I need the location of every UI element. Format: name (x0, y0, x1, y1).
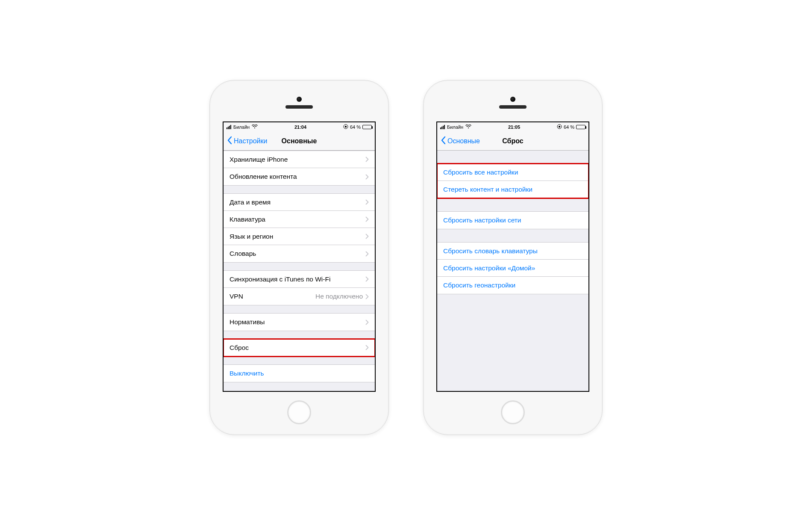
settings-group: Сброс (224, 339, 375, 357)
settings-row[interactable]: Синхронизация с iTunes по Wi-Fi (224, 271, 375, 288)
settings-group: Нормативы (224, 313, 375, 331)
settings-row[interactable]: Нормативы (224, 314, 375, 331)
status-right: 64 % (557, 124, 585, 130)
battery-icon (576, 125, 585, 129)
settings-content-right[interactable]: Сбросить все настройкиСтереть контент и … (437, 151, 588, 391)
settings-row[interactable]: Сброс (224, 339, 375, 356)
carrier-label: Билайн (233, 124, 250, 130)
settings-row[interactable]: Выключить (224, 365, 375, 382)
row-label: Словарь (229, 250, 365, 258)
carrier-label: Билайн (447, 124, 463, 130)
settings-group: Сбросить настройки сети (437, 211, 588, 229)
row-label: Сбросить настройки «Домой» (443, 264, 583, 272)
row-label: Выключить (229, 370, 369, 377)
status-bar: Билайн 21:05 64 % (437, 122, 588, 132)
settings-group: Сбросить все настройкиСтереть контент и … (437, 163, 588, 198)
row-label: Сбросить геонастройки (443, 281, 583, 289)
home-button[interactable] (287, 400, 311, 424)
settings-row[interactable]: Сбросить геонастройки (437, 277, 588, 294)
speaker-slot (285, 105, 313, 109)
chevron-right-icon (365, 216, 369, 222)
signal-icon (227, 125, 231, 129)
chevron-right-icon (365, 251, 369, 257)
page-title: Сброс (502, 137, 523, 145)
chevron-right-icon (365, 199, 369, 205)
settings-group: Дата и времяКлавиатураЯзык и регионСлова… (224, 193, 375, 263)
settings-row[interactable]: VPNНе подключено (224, 288, 375, 305)
chevron-right-icon (365, 157, 369, 162)
settings-row[interactable]: Дата и время (224, 194, 375, 211)
row-label: VPN (229, 293, 315, 300)
row-label: Нормативы (229, 318, 365, 326)
settings-group: Выключить (224, 364, 375, 382)
back-button[interactable]: Настройки (227, 132, 267, 150)
wifi-icon (252, 124, 258, 130)
chevron-right-icon (365, 345, 369, 350)
page-title: Основные (282, 137, 317, 145)
row-label: Хранилище iPhone (229, 156, 365, 163)
row-label: Дата и время (229, 198, 365, 206)
row-label: Обновление контента (229, 173, 365, 181)
row-label: Сброс (229, 344, 365, 352)
chevron-right-icon (365, 294, 369, 299)
home-button[interactable] (501, 400, 525, 424)
chevron-left-icon (227, 136, 232, 146)
back-label: Основные (447, 137, 480, 145)
settings-row[interactable]: Стереть контент и настройки (437, 181, 588, 198)
row-value: Не подключено (315, 293, 363, 300)
chevron-left-icon (441, 136, 446, 146)
signal-icon (440, 125, 445, 129)
settings-row[interactable]: Сбросить все настройки (437, 164, 588, 181)
settings-row[interactable]: Клавиатура (224, 211, 375, 228)
status-bar: Билайн 21:04 64 % (224, 122, 375, 132)
battery-pct: 64 % (350, 124, 361, 130)
chevron-right-icon (365, 320, 369, 325)
settings-row[interactable]: Сбросить настройки «Домой» (437, 260, 588, 277)
settings-content-left[interactable]: Хранилище iPhoneОбновление контентаДата … (224, 151, 375, 391)
back-button[interactable]: Основные (441, 132, 480, 150)
row-label: Сбросить настройки сети (443, 216, 583, 224)
nav-bar: Настройки Основные (224, 132, 375, 151)
camera-dot (297, 97, 302, 102)
settings-row[interactable]: Обновление контента (224, 168, 375, 185)
settings-group: Синхронизация с iTunes по Wi-FiVPNНе под… (224, 270, 375, 305)
chevron-right-icon (365, 174, 369, 180)
status-left: Билайн (227, 124, 258, 130)
settings-row[interactable]: Хранилище iPhone (224, 151, 375, 168)
orientation-lock-icon (557, 124, 562, 130)
row-label: Язык и регион (229, 233, 365, 240)
row-label: Стереть контент и настройки (443, 186, 583, 193)
clock: 21:04 (294, 124, 306, 130)
status-left: Билайн (440, 124, 471, 130)
row-label: Сбросить все настройки (443, 169, 583, 176)
chevron-right-icon (365, 276, 369, 282)
row-label: Клавиатура (229, 216, 365, 223)
nav-bar: Основные Сброс (437, 132, 588, 151)
settings-row[interactable]: Сбросить словарь клавиатуры (437, 243, 588, 260)
clock: 21:05 (508, 124, 520, 130)
back-label: Настройки (234, 137, 267, 145)
settings-row[interactable]: Язык и регион (224, 228, 375, 245)
iphone-device-right: Билайн 21:05 64 % (423, 80, 603, 435)
settings-row[interactable]: Сбросить настройки сети (437, 212, 588, 229)
chevron-right-icon (365, 234, 369, 239)
wifi-icon (465, 124, 471, 130)
screen-left: Билайн 21:04 64 % (223, 121, 376, 392)
speaker-slot (499, 105, 527, 109)
screen-right: Билайн 21:05 64 % (436, 121, 589, 392)
status-right: 64 % (343, 124, 372, 130)
row-label: Сбросить словарь клавиатуры (443, 247, 583, 255)
orientation-lock-icon (343, 124, 348, 130)
settings-group: Сбросить словарь клавиатурыСбросить наст… (437, 242, 588, 294)
row-label: Синхронизация с iTunes по Wi-Fi (229, 275, 365, 283)
camera-dot (510, 97, 515, 102)
settings-group: Хранилище iPhoneОбновление контента (224, 151, 375, 186)
iphone-device-left: Билайн 21:04 64 % (209, 80, 389, 435)
battery-icon (362, 125, 372, 129)
settings-row[interactable]: Словарь (224, 245, 375, 262)
battery-pct: 64 % (564, 124, 574, 130)
